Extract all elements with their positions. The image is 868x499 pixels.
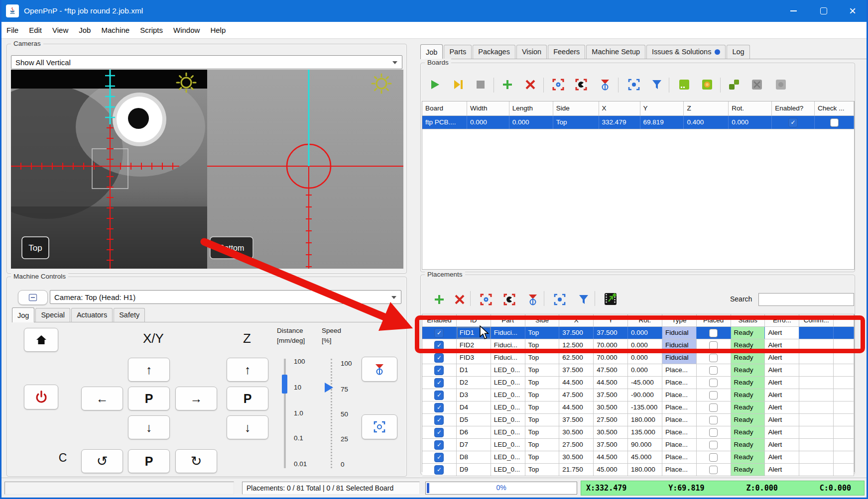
checkbox-unchecked-icon[interactable] [709,354,718,362]
jog-y-plus-button[interactable]: ↑ [128,358,170,382]
checkbox-checked-icon[interactable]: ✓ [434,353,444,363]
panelize-fiducial-button[interactable] [773,77,788,92]
placements-col-part[interactable]: Part [491,314,525,326]
placement-cell-error-handling[interactable]: Alert [765,352,799,364]
placement-placed-cell[interactable] [697,439,731,451]
maximize-button[interactable] [809,0,838,22]
move-nozzle-to-location-button[interactable] [598,77,613,92]
menu-item-machine[interactable]: Machine [101,26,129,34]
remove-placement-button[interactable] [452,292,467,307]
tool-selector[interactable]: Camera: Top (Head: H1) [50,290,401,304]
placements-col-rot[interactable]: Rot. [628,314,662,326]
tab-safety[interactable]: Safety [114,308,145,322]
placement-cell-type[interactable]: Place... [662,401,697,413]
placement-placed-cell[interactable] [697,464,731,476]
placement-cell-side[interactable]: Top [525,401,560,413]
placement-cell-type[interactable]: Fiducial [662,339,697,351]
checkbox-unchecked-icon[interactable] [709,341,718,350]
position-xy-button[interactable]: P [128,387,170,410]
placement-enabled-cell[interactable]: ✓ [422,439,457,451]
placement-cell-comments[interactable] [799,401,834,413]
placement-cell-type[interactable]: Place... [662,389,697,401]
placement-cell-error-handling[interactable]: Alert [765,401,799,413]
placement-enabled-cell[interactable]: ✓ [422,426,457,438]
minimize-button[interactable] [779,0,808,22]
placement-cell-status[interactable]: Ready [731,352,765,364]
placement-cell-error-handling[interactable]: Alert [765,426,799,438]
placement-cell-comments[interactable] [799,327,834,339]
placement-cell-comments[interactable] [799,389,834,401]
checkbox-checked-icon[interactable]: ✓ [434,415,444,425]
tab-actuators[interactable]: Actuators [71,308,113,322]
placement-cell-comments[interactable] [799,352,834,364]
placement-cell-side[interactable]: Top [525,389,560,401]
placement-cell-side[interactable]: Top [525,414,560,426]
placement-cell-y[interactable]: 27.500 [594,414,628,426]
placement-cell-error-handling[interactable]: Alert [765,414,799,426]
board-cell-7[interactable]: 0.000 [729,116,772,129]
locate-board-button[interactable] [649,77,664,92]
placement-cell-x[interactable]: 44.500 [559,377,594,389]
placement-placed-cell[interactable] [697,377,731,389]
placement-placed-cell[interactable] [697,327,731,339]
checkbox-unchecked-icon[interactable] [830,118,839,127]
speed-tick-100[interactable]: 100 [341,360,352,367]
placement-row-d1[interactable]: ✓D1LED_0...Top37.50047.5000.000Place...R… [422,364,854,377]
panelize-xout-button[interactable] [749,77,764,92]
position-c-button[interactable]: P [128,449,170,473]
placements-col-filler[interactable] [834,314,854,326]
tab-special[interactable]: Special [35,308,70,322]
placement-enabled-cell[interactable]: ✓ [422,389,457,401]
placement-cell-id[interactable]: FID2 [457,339,491,351]
step-job-button[interactable] [451,77,466,92]
checkbox-unchecked-icon[interactable] [709,329,718,337]
placement-cell-y[interactable]: 45.000 [594,464,628,476]
placement-enabled-cell[interactable]: ✓ [422,414,457,426]
tab-jog[interactable]: Jog [12,307,34,322]
placement-cell-id[interactable]: FID3 [457,352,491,364]
search-input[interactable] [758,293,854,306]
placement-cell-status[interactable]: Ready [731,426,765,438]
boards-col-side[interactable]: Side [553,101,599,115]
remove-board-button[interactable] [523,77,538,92]
fiducial-check-button[interactable] [700,77,715,92]
placement-row-d7[interactable]: ✓D7LED_0...Top27.50037.50090.000Place...… [422,439,854,451]
jog-z-plus-button[interactable]: ↑ [227,358,268,382]
placement-cell-y[interactable]: 37.500 [594,327,628,339]
checkbox-checked-icon[interactable]: ✓ [434,465,444,475]
board-enabled-cell[interactable]: ✓ [772,116,815,129]
tab-packages[interactable]: Packages [473,45,515,59]
placement-cell-error-handling[interactable]: Alert [765,377,799,389]
placement-cell-side[interactable]: Top [525,464,560,476]
placement-enabled-cell[interactable]: ✓ [422,352,457,364]
board-cell-6[interactable]: 0.400 [684,116,729,129]
boards-col-z[interactable]: Z [684,101,729,115]
jog-c-ccw-button[interactable]: ↺ [81,449,123,473]
boards-col-rot[interactable]: Rot. [729,101,772,115]
placement-row-d8[interactable]: ✓D8LED_0...Top30.50044.50045.000Place...… [422,451,854,464]
placement-cell-y[interactable]: 30.500 [594,426,628,438]
placement-cell-x[interactable]: 62.500 [559,352,594,364]
boards-col-enabled[interactable]: Enabled? [772,101,815,115]
tab-feeders[interactable]: Feeders [548,45,585,59]
move-camera-to-board-button[interactable] [626,77,641,92]
checkbox-checked-icon[interactable]: ✓ [434,378,444,388]
placement-cell-status[interactable]: Ready [731,327,765,339]
placement-cell-id[interactable]: D4 [457,401,491,413]
placement-cell-rot[interactable]: 0.000 [628,339,662,351]
placement-cell-part[interactable]: LED_0... [491,377,525,389]
placement-cell-rot[interactable]: -90.000 [628,389,662,401]
placement-cell-side[interactable]: Top [525,339,560,351]
placement-row-d3[interactable]: ✓D3LED_0...Top47.50037.500-90.000Place..… [422,389,854,401]
menu-item-scripts[interactable]: Scripts [140,26,163,34]
placement-placed-cell[interactable] [697,352,731,364]
jog-c-cw-button[interactable]: ↻ [175,449,217,473]
capture-nozzle-location-button[interactable] [574,77,589,92]
placement-cell-side[interactable]: Top [525,377,560,389]
placement-cell-type[interactable]: Place... [662,426,697,438]
placement-cell-x[interactable]: 12.500 [559,339,594,351]
checkbox-checked-icon[interactable]: ✓ [434,428,444,437]
placement-cell-error-handling[interactable]: Alert [765,464,799,476]
placement-row-d5[interactable]: ✓D5LED_0...Top37.50027.500180.000Place..… [422,414,854,426]
two-placements-button[interactable] [677,77,692,92]
